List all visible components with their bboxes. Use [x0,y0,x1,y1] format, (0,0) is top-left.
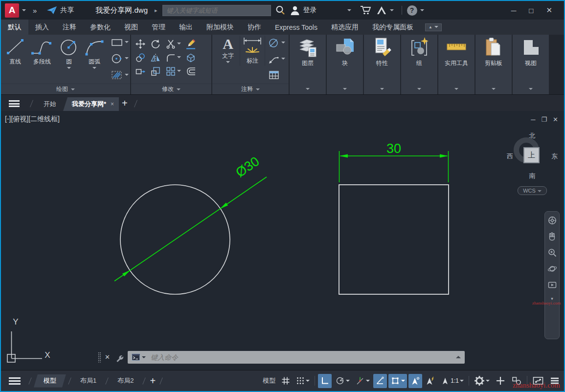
ribbon-tab-express[interactable]: Express Tools [268,20,324,35]
navigation-bar[interactable]: ▾ [544,211,560,339]
text-caret-icon[interactable] [226,61,230,65]
gear-caret-icon[interactable] [486,380,490,384]
ribbon-tab-addins[interactable]: 附加模块 [200,20,241,35]
osnap-toggle[interactable] [388,374,407,388]
panel-title-view[interactable] [513,84,549,94]
otrack-toggle[interactable] [373,374,387,388]
layout-tab-1[interactable]: 布局1 [73,374,103,388]
diameter-dim-button[interactable] [268,38,285,48]
isodraft-caret-icon[interactable] [366,380,370,384]
navigation-wheel-icon[interactable] [547,216,557,225]
offset-icon[interactable] [185,66,196,77]
close-button[interactable]: ✕ [546,6,552,15]
panel-title-clipboard[interactable] [475,84,512,94]
command-drag-handle[interactable] [98,352,101,363]
ribbon-collapse-button[interactable]: ▲ [425,23,442,31]
clipboard-button[interactable]: 剪贴板 [481,36,506,68]
osnap-caret-icon[interactable] [401,380,405,384]
move-icon[interactable] [135,39,146,49]
view-button[interactable]: 视图 [519,36,543,68]
arc-button[interactable]: 圆弧 [81,36,108,72]
box-3d-icon[interactable] [185,52,196,63]
model-space-button[interactable]: 模型 [261,374,277,388]
clean-screen-button[interactable] [530,374,546,388]
rectangle-button[interactable] [111,38,129,47]
panel-title-utilities[interactable] [438,84,475,94]
help-button[interactable]: ? [407,5,417,16]
panel-title-modify[interactable]: 修改 [131,84,211,94]
wcs-button[interactable]: WCS [518,186,547,195]
file-tab-document[interactable]: 我爱分享网* × [63,97,119,111]
snap-caret-icon[interactable] [306,380,310,384]
model-space-canvas[interactable]: Ø30 30 [1,111,564,370]
viewcube-east[interactable]: 东 [551,152,558,161]
login-caret-icon[interactable] [347,9,351,13]
search-box[interactable] [162,5,271,16]
fillet-button[interactable] [165,52,181,63]
drawn-square[interactable] [339,185,449,294]
customization-gear-button[interactable] [472,374,492,388]
ellipse-button[interactable] [111,53,129,64]
ribbon-tab-parametric[interactable]: 参数化 [83,20,117,35]
layout-tab-model[interactable]: 模型 [34,374,66,388]
dimension-button[interactable]: 标注 [240,36,265,66]
command-bar[interactable] [128,351,465,364]
arc-caret-icon[interactable] [92,67,96,71]
erase-icon[interactable] [185,39,196,49]
file-menu-icon[interactable] [9,100,20,107]
ribbon-tab-manage[interactable]: 管理 [145,20,172,35]
viewcube-south[interactable]: 南 [508,172,557,180]
table-button[interactable] [268,70,285,81]
viewcube-west[interactable]: 西 [507,152,513,161]
circle-button[interactable]: 圆 [57,36,81,72]
autodesk-caret-icon[interactable] [390,9,394,13]
polyline-button[interactable]: 多段线 [27,36,57,67]
ribbon-tab-view[interactable]: 视图 [117,20,145,35]
tab-close-icon[interactable]: × [111,101,114,108]
panel-title-properties[interactable] [364,84,400,94]
circle-caret-icon[interactable] [67,67,71,71]
copy-icon[interactable] [135,52,146,63]
scale-caret-icon[interactable] [460,380,464,384]
ribbon-tab-default[interactable]: 默认 [1,20,28,35]
scale-icon[interactable] [150,66,161,77]
status-customize-button[interactable] [547,374,562,388]
annotation-autoscale-toggle[interactable] [424,374,437,388]
group-button[interactable]: 组 [407,36,431,68]
command-close-icon[interactable]: ✕ [105,353,110,361]
mirror-icon[interactable] [150,52,161,63]
grid-toggle[interactable] [279,374,293,388]
annotation-scale-button[interactable]: 1:1 [439,374,466,388]
command-caret-icon[interactable] [142,356,146,360]
panel-title-draw[interactable]: 绘图 [1,84,130,94]
utilities-button[interactable]: 实用工具 [443,36,470,68]
ortho-toggle[interactable] [318,374,332,388]
rotate-icon[interactable] [150,39,161,49]
app-store-button[interactable] [360,5,371,15]
ribbon-tab-custom[interactable]: 我的专属面板 [365,20,420,35]
ribbon-tab-insert[interactable]: 插入 [28,20,56,35]
command-line[interactable]: ✕ [98,349,465,365]
drawing-viewport[interactable]: [-][俯视][二维线框] ─ ❐ ✕ Ø30 [1,111,564,370]
share-button[interactable]: 共享 [46,6,74,15]
viewcube[interactable]: 北 西 东 南 上 [508,131,557,185]
ribbon-tab-annotate[interactable]: 注释 [56,20,83,35]
new-tab-button[interactable]: + [122,98,128,109]
stretch-icon[interactable] [135,66,146,77]
quick-access-expand-icon[interactable]: » [33,6,36,15]
search-input[interactable] [163,7,271,14]
panel-title-annotation[interactable]: 注释 [212,84,289,94]
new-layout-button[interactable]: + [150,375,156,387]
panel-title-group[interactable] [401,84,437,94]
tracking-plus-button[interactable] [493,374,508,388]
minimize-button[interactable]: ─ [511,6,517,15]
command-expand-icon[interactable] [456,353,461,358]
polar-caret-icon[interactable] [346,380,350,384]
viewcube-north[interactable]: 北 [508,131,557,140]
polar-toggle[interactable] [333,374,352,388]
layers-button[interactable]: 图层 [295,36,320,68]
showmotion-icon[interactable] [547,280,557,290]
viewcube-top-face[interactable]: 上 [523,147,540,163]
annotation-visibility-toggle[interactable] [408,374,422,388]
zoom-icon[interactable] [547,248,557,258]
